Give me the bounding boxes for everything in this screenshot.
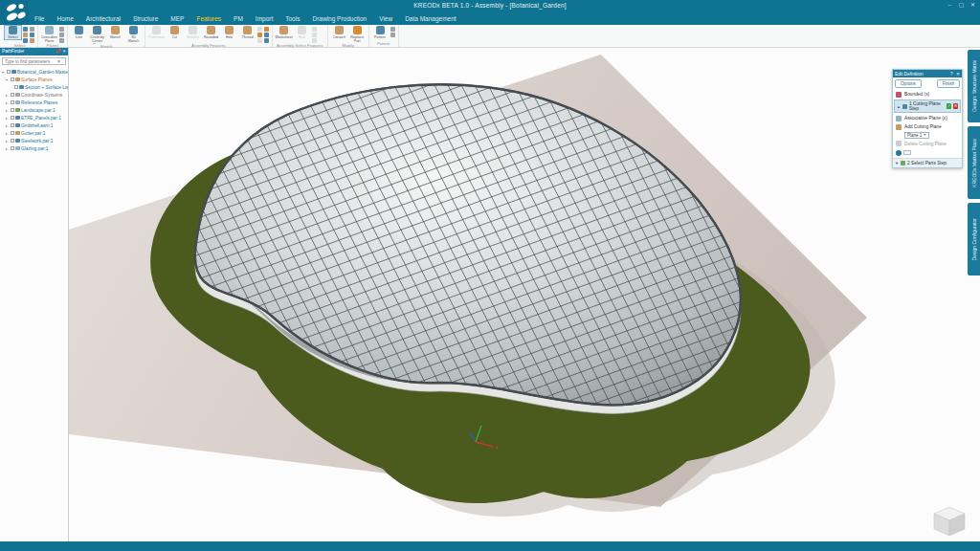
plane-select[interactable]: Plane 1 ▼ (904, 132, 929, 139)
ribbon-button-line[interactable]: Line (71, 26, 87, 39)
tree-checkbox[interactable] (11, 139, 14, 143)
close-icon[interactable]: ✕ (969, 2, 976, 9)
tree-checkbox[interactable] (11, 146, 14, 150)
tree-expander-icon[interactable]: ▾ (1, 70, 5, 75)
tree-checkbox[interactable] (11, 131, 14, 135)
tree-item-botanical-garden-master-model-asm[interactable]: ▾Botanical_Garden Master Model.asm (1, 68, 68, 76)
3d-viewport-canvas[interactable] (69, 48, 980, 541)
tree-expander-icon[interactable]: ▸ (5, 139, 9, 143)
finish-button[interactable]: Finish (937, 79, 960, 88)
panel-close-icon[interactable]: ✕ (62, 49, 66, 54)
tree-item-coordinate-systems[interactable]: ▸Coordinate Systems (1, 91, 68, 99)
tree-checkbox[interactable] (11, 93, 14, 97)
tree-checkbox[interactable] (11, 116, 14, 120)
tree-expander-icon[interactable]: ▸ (5, 131, 9, 136)
tree-item-reference-planes[interactable]: ▸Reference Planes (1, 99, 68, 106)
tree-item-glazing-par-1[interactable]: ▸Glazing.par:1 (1, 144, 68, 152)
ribbon-button-all[interactable] (30, 33, 34, 37)
tree-item-landscape-par-1[interactable]: ▸Landscape.par:1 (1, 106, 68, 114)
plane-display-toggle[interactable] (893, 148, 962, 158)
tree-expander-icon[interactable]: ▸ (5, 116, 9, 121)
ribbon-button-pattern-icon (376, 26, 385, 34)
tree-item-surface-planes[interactable]: ▾Surface Planes (1, 76, 68, 83)
dialog-title-bar[interactable]: Edit Definition ? ✕ (893, 70, 962, 77)
tree-item-gutter-par-1[interactable]: ▸Gutter.par:1 (1, 129, 68, 137)
3d-viewport[interactable]: Edit Definition ? ✕ Options Finish Bound… (69, 48, 980, 541)
ribbon-button-web[interactable] (264, 27, 269, 32)
menu-tab-mep[interactable]: MEP (170, 15, 184, 22)
ribbon-button-subtract[interactable] (257, 33, 262, 37)
tree-expander-icon[interactable]: ▸ (5, 123, 9, 128)
options-button[interactable]: Options (895, 79, 922, 88)
cancel-icon[interactable]: ✕ (953, 103, 958, 109)
ribbon-button-hole[interactable]: Hole (221, 26, 237, 39)
ribbon-button-tangent-plane[interactable] (59, 27, 64, 32)
expand-step-icon[interactable]: ▼ (895, 161, 899, 165)
menu-tab-tools[interactable]: Tools (285, 15, 300, 22)
menu-tab-structure[interactable]: Structure (133, 15, 158, 22)
maximize-icon[interactable]: ▢ (958, 2, 965, 9)
ribbon-button-priority[interactable] (23, 33, 28, 37)
tree-expander-icon[interactable]: ▸ (5, 93, 9, 98)
ribbon-button-duplicate[interactable] (390, 33, 395, 37)
ribbon-button-coincident-plane[interactable]: Coincident Plane (41, 26, 57, 43)
ribbon-button-lip[interactable] (264, 33, 269, 37)
menu-tab-home[interactable]: Home (56, 15, 73, 22)
menu-tab-view[interactable]: View (379, 15, 392, 22)
bounded-icon[interactable] (896, 92, 902, 98)
ribbon-button-circle-by-center-point[interactable]: Circle by Center Point (89, 26, 105, 44)
select-parts-step-row[interactable]: ▼ 2 Select Parts Step (893, 158, 962, 167)
tree-expander-icon[interactable]: ▸ (5, 146, 9, 151)
menu-tab-file[interactable]: File (34, 15, 44, 22)
menu-tab-drawing-production[interactable]: Drawing Production (312, 15, 367, 22)
tree-item-gridshell-asm-1[interactable]: ▸Gridshell.asm:1 (1, 121, 68, 129)
add-cutting-plane-icon[interactable] (896, 124, 902, 130)
side-tab-kreodx-market-place[interactable]: KREODx Market Place (968, 126, 980, 199)
associative-plane-icon[interactable] (896, 116, 902, 121)
tree-item-etfe-panels-par-1[interactable]: ▸ETFE_Panels.par:1 (1, 114, 68, 121)
tree-checkbox[interactable] (11, 100, 14, 104)
ribbon-button-convert[interactable]: Convert (331, 26, 347, 39)
ribbon-button-select[interactable]: Select (5, 26, 21, 39)
ribbon-button-replace-part[interactable]: Replace Part (349, 26, 366, 43)
filter-icon[interactable]: ▼ (56, 58, 61, 64)
tree-item-section-surface-list[interactable]: Section + Surface List (1, 83, 68, 91)
ribbon-button-top-level[interactable] (23, 27, 28, 32)
ribbon-button-angled-plane[interactable] (59, 33, 64, 37)
tree-checkbox[interactable] (11, 108, 14, 112)
tree-checkbox[interactable] (11, 77, 14, 81)
minimize-icon[interactable]: – (947, 2, 953, 9)
ribbon-button-thread[interactable]: Thread (239, 26, 256, 39)
cutting-plane-step-row[interactable]: ▲ 1 Cutting Plane Step ✓ ✕ (894, 99, 961, 113)
ribbon-button-worksheet[interactable]: Worksheet (276, 26, 292, 39)
menu-tab-pm[interactable]: PM (234, 15, 243, 22)
side-tab-design-structure-matrix[interactable]: Design: Structure Matrix (968, 50, 980, 122)
tree-checkbox[interactable] (11, 123, 14, 127)
ribbon-button-3d-sketch[interactable]: 3D Sketch (125, 26, 142, 43)
ribbon-button-sketch[interactable]: Sketch (107, 26, 123, 39)
ribbon-button-pattern[interactable]: Pattern (372, 26, 389, 39)
accept-icon[interactable]: ✓ (947, 103, 951, 109)
ribbon-button-rounded[interactable]: Rounded (203, 26, 219, 39)
dialog-close-icon[interactable]: ✕ (956, 72, 960, 77)
menu-tab-features[interactable]: Features (196, 15, 221, 22)
ribbon-button-more-planes[interactable] (59, 38, 64, 43)
view-cube[interactable] (930, 505, 969, 538)
tree-search-input[interactable] (5, 59, 55, 64)
tree-checkbox[interactable] (7, 70, 11, 74)
ribbon-button-along-curve[interactable] (390, 27, 395, 32)
collapse-step-icon[interactable]: ▲ (897, 104, 901, 109)
menu-tab-architectural[interactable]: Architectural (86, 15, 121, 22)
tree-item-steelwork-par-1[interactable]: ▸Steelwork.par:1 (1, 137, 68, 144)
ribbon-button-clear[interactable] (30, 27, 34, 32)
ribbon-button-cut[interactable]: Cut (167, 26, 183, 39)
tree-checkbox[interactable] (14, 85, 18, 89)
tree-expander-icon[interactable]: ▸ (5, 108, 9, 113)
menu-tab-data-management[interactable]: Data Management (405, 15, 456, 22)
menu-tab-import[interactable]: Import (256, 15, 273, 22)
side-tab-design-configurator[interactable]: Design Configurator (968, 203, 980, 276)
tree-expander-icon[interactable]: ▾ (5, 77, 9, 82)
help-icon[interactable]: ? (950, 72, 953, 77)
pin-icon[interactable]: 📌 (56, 49, 61, 54)
tree-expander-icon[interactable]: ▸ (5, 100, 9, 105)
